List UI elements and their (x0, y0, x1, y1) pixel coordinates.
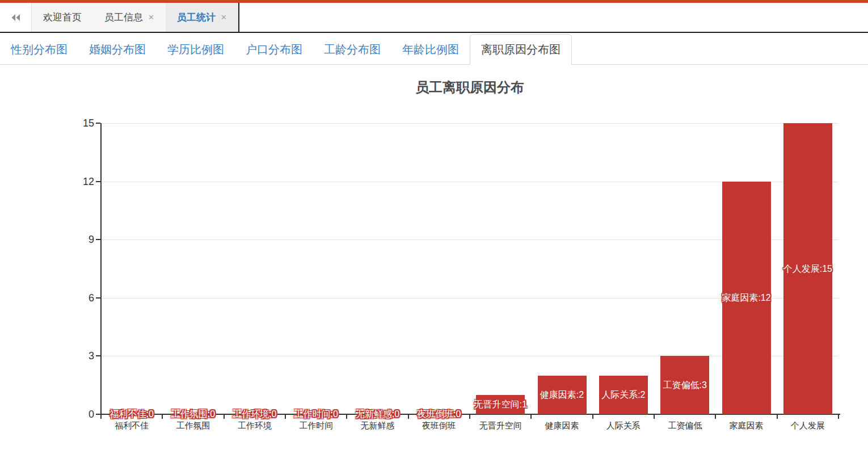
y-axis-tick (96, 355, 100, 356)
x-axis-tick (100, 415, 102, 419)
double-left-arrow-icon (11, 14, 20, 22)
x-axis-tick (469, 415, 470, 419)
x-category-label: 工作时间 (299, 421, 333, 431)
bar-value-label: 夜班倒班:0 (417, 409, 461, 421)
chart-tabs: 性别分布图婚姻分布图学历比例图户口分布图工龄分布图年龄比例图离职原因分布图 (0, 34, 572, 65)
x-axis-tick (777, 415, 778, 419)
x-axis-tick (285, 415, 286, 419)
x-category-label: 夜班倒班 (422, 421, 456, 431)
collapse-tabs-button[interactable] (0, 3, 32, 32)
chart-type-tab[interactable]: 学历比例图 (157, 34, 235, 65)
window-tab-label: 员工信息 (104, 11, 143, 24)
bar-value-label: 人际关系:2 (601, 389, 645, 401)
y-axis-label: 0 (66, 409, 94, 421)
chart-type-tab[interactable]: 户口分布图 (235, 34, 313, 65)
x-axis-tick (530, 415, 532, 419)
x-axis-tick (592, 415, 593, 419)
bar-value-label: 工作氛围:0 (171, 409, 215, 421)
chart-type-tab[interactable]: 工龄分布图 (313, 34, 391, 65)
x-axis-tick (224, 415, 225, 419)
window-tabs: 欢迎首页员工信息✕员工统计✕ (32, 3, 239, 32)
x-category-label: 个人发展 (791, 421, 825, 431)
window-tab-label: 员工统计 (177, 11, 216, 24)
chart-title: 员工离职原因分布 (101, 78, 838, 96)
bar-value-label: 工资偏低:3 (663, 379, 706, 391)
x-axis-tick (346, 415, 347, 419)
window-tab[interactable]: 员工信息✕ (93, 3, 166, 32)
bar-value-label: 工作环境:0 (233, 409, 276, 421)
y-axis-label: 9 (66, 234, 94, 246)
bar-value-label: 健康因素:2 (540, 389, 584, 401)
x-category-label: 人际关系 (606, 421, 641, 431)
bar-value-label: 福利不佳:0 (109, 409, 153, 421)
window-tab-label: 欢迎首页 (43, 11, 82, 24)
window-tab-bar: 欢迎首页员工信息✕员工统计✕ (0, 3, 868, 33)
x-category-label: 无新鲜感 (361, 421, 395, 431)
x-category-label: 健康因素 (545, 421, 579, 431)
x-category-label: 工资偏低 (668, 421, 702, 431)
bar-value-label: 无新鲜感:0 (356, 409, 399, 421)
tab-bar-underline (0, 64, 868, 65)
x-category-label: 福利不佳 (115, 421, 149, 431)
x-category-label: 家庭因素 (730, 421, 764, 431)
chart-type-tab-bar: 性别分布图婚姻分布图学历比例图户口分布图工龄分布图年龄比例图离职原因分布图 (0, 33, 868, 65)
chart-type-tab[interactable]: 年龄比例图 (391, 34, 470, 65)
y-axis-tick (96, 239, 100, 240)
y-axis-label: 15 (66, 117, 94, 129)
bar-chart: 员工离职原因分布 03691215福利不佳:0福利不佳工作氛围:0工作氛围工作环… (0, 65, 868, 474)
window-tab-bar-spacer (239, 3, 868, 32)
x-axis-tick (408, 415, 409, 419)
close-icon[interactable]: ✕ (221, 14, 227, 21)
x-axis-tick (715, 415, 716, 419)
window-tab[interactable]: 欢迎首页 (32, 3, 93, 32)
y-axis-tick (96, 297, 100, 299)
x-axis-tick (838, 415, 839, 419)
bar-value-label: 无晋升空间:1 (474, 398, 526, 410)
chart-type-tab[interactable]: 性别分布图 (0, 34, 78, 65)
bar-value-label: 工作时间:0 (294, 409, 338, 421)
y-axis-line (100, 123, 102, 414)
y-axis-tick (96, 181, 100, 182)
x-axis-tick (162, 415, 163, 419)
chart-type-tab[interactable]: 离职原因分布图 (470, 34, 572, 65)
chart-type-tab[interactable]: 婚姻分布图 (78, 34, 157, 65)
y-axis-label: 6 (66, 292, 94, 304)
x-axis-tick (654, 415, 655, 419)
close-icon[interactable]: ✕ (148, 14, 154, 21)
gridline (101, 123, 838, 124)
x-category-label: 工作氛围 (176, 421, 210, 431)
bar-value-label: 家庭因素:12 (722, 292, 770, 304)
y-axis-label: 3 (66, 350, 94, 362)
bar-value-label: 个人发展:15 (783, 263, 832, 275)
y-axis-tick (96, 123, 100, 124)
y-axis-tick (96, 414, 100, 415)
x-category-label: 无晋升空间 (479, 421, 522, 431)
y-axis-label: 12 (66, 175, 94, 187)
x-category-label: 工作环境 (238, 421, 272, 431)
window-tab[interactable]: 员工统计✕ (166, 3, 239, 32)
